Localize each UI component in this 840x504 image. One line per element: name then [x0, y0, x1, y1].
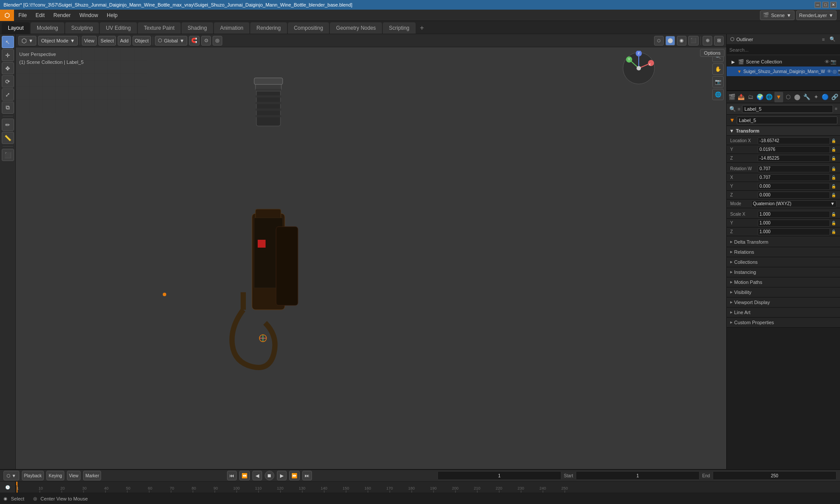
viewport-shading-rendered[interactable]: ⬛: [688, 36, 699, 46]
playback-menu[interactable]: Playback: [22, 471, 44, 480]
object-select-icon[interactable]: ◎: [833, 69, 837, 74]
rotation-mode-dropdown[interactable]: Quaternion (WXYZ) ▼: [751, 200, 836, 207]
tab-texture-paint[interactable]: Texture Paint: [138, 22, 181, 34]
prop-tab-output[interactable]: 📤: [737, 92, 746, 102]
tab-layout[interactable]: Layout: [2, 22, 30, 34]
blender-logo[interactable]: ⬡: [0, 10, 14, 21]
location-x-lock[interactable]: 🔓: [831, 139, 836, 143]
location-z-field[interactable]: -14.85225: [758, 155, 830, 162]
proportional-button[interactable]: ⊙: [201, 36, 211, 46]
play-button[interactable]: ▶: [277, 471, 287, 480]
scale-x-field[interactable]: 1.000: [758, 211, 830, 218]
prop-tab-modifier[interactable]: 🔧: [802, 92, 811, 102]
object-mode-dropdown[interactable]: Object Mode ▼: [38, 36, 78, 46]
rotation-x-lock[interactable]: 🔓: [831, 175, 836, 180]
outliner-search-input[interactable]: [727, 45, 840, 55]
rotation-z-field[interactable]: 0.000: [758, 192, 830, 199]
motion-paths-toggle[interactable]: ▶ Motion Paths: [727, 277, 840, 287]
tab-modeling[interactable]: Modeling: [31, 22, 64, 34]
visibility-toggle[interactable]: ▶ Visibility: [727, 287, 840, 297]
object-name-field[interactable]: Label_5: [742, 105, 833, 113]
prop-tab-object-data[interactable]: ⬡: [784, 92, 792, 102]
stop-button[interactable]: ⏹: [265, 471, 274, 480]
transform-section-toggle[interactable]: ▼ Transform: [727, 126, 840, 136]
timeline-editor-type[interactable]: ⬡ ▼: [4, 471, 19, 480]
object-eye-icon[interactable]: 👁: [827, 69, 832, 74]
outliner-search-button[interactable]: 🔍: [829, 35, 836, 43]
location-y-field[interactable]: 0.01976: [758, 146, 830, 153]
camera-button[interactable]: 📷: [712, 76, 724, 88]
location-y-lock[interactable]: 🔓: [831, 147, 836, 152]
scale-x-lock[interactable]: 🔓: [831, 212, 836, 217]
render-layer-dropdown[interactable]: RenderLayer ▼: [796, 10, 836, 20]
viewport-shading-solid[interactable]: ⬤: [665, 36, 675, 46]
editor-type-dropdown[interactable]: ⬡ ▼: [18, 36, 36, 46]
start-frame-field[interactable]: 1: [576, 471, 700, 480]
scale-z-lock[interactable]: 🔓: [831, 230, 836, 234]
object-data-name-field[interactable]: Label_5: [737, 116, 837, 124]
scale-y-field[interactable]: 1.000: [758, 220, 830, 227]
end-frame-field[interactable]: 250: [713, 471, 836, 480]
custom-properties-toggle[interactable]: ▶ Custom Properties: [727, 318, 840, 327]
jump-start-button[interactable]: ⏮: [227, 471, 237, 480]
menu-edit[interactable]: Edit: [31, 10, 49, 21]
select-tool-button[interactable]: ↖: [2, 36, 14, 48]
snap-button[interactable]: 🧲: [189, 36, 200, 46]
tab-scripting[interactable]: Scripting: [383, 22, 416, 34]
viewport-shading-material[interactable]: ◉: [677, 36, 686, 46]
add-workspace-button[interactable]: +: [416, 22, 427, 34]
viewport-shading-wire[interactable]: ⬡: [654, 36, 664, 46]
navigation-gizmo[interactable]: X Y Z: [621, 51, 656, 86]
marker-menu[interactable]: Marker: [83, 471, 101, 480]
object-menu[interactable]: Object: [133, 36, 151, 46]
tab-uv-editing[interactable]: UV Editing: [100, 22, 137, 34]
tab-geometry-nodes[interactable]: Geometry Nodes: [330, 22, 382, 34]
eye-icon[interactable]: 👁: [825, 59, 830, 65]
transform-tool-button[interactable]: ⧉: [2, 102, 14, 114]
prev-frame-button[interactable]: ⏪: [239, 471, 250, 480]
world-button[interactable]: 🌐: [712, 89, 724, 100]
rotate-tool-button[interactable]: ⟳: [2, 75, 14, 88]
rotation-y-lock[interactable]: 🔓: [831, 184, 836, 189]
camera-restrict-icon[interactable]: 📷: [830, 59, 836, 65]
tab-sculpting[interactable]: Sculpting: [65, 22, 99, 34]
view-menu[interactable]: View: [82, 36, 97, 46]
relations-toggle[interactable]: ▶ Relations: [727, 247, 840, 257]
prop-tab-view-layer[interactable]: 🗂: [746, 92, 755, 102]
tab-compositing[interactable]: Compositing: [288, 22, 329, 34]
menu-window[interactable]: Window: [75, 10, 102, 21]
rotation-y-field[interactable]: 0.000: [758, 183, 830, 190]
outliner-object-item[interactable]: ▼ Suigei_Shuzo_Junmai_Daiginjo_Mann_W 👁 …: [727, 66, 840, 76]
3d-viewport[interactable]: User Perspective (1) Scene Collection | …: [16, 47, 726, 469]
rotation-w-lock[interactable]: 🔓: [831, 167, 836, 171]
maximize-button[interactable]: □: [822, 2, 829, 8]
menu-help[interactable]: Help: [102, 10, 122, 21]
jump-end-button[interactable]: ⏭: [302, 471, 312, 480]
location-x-field[interactable]: -18.65742: [758, 137, 830, 144]
timeline-tick-area[interactable]: 1 10 20 30 40 50 60: [16, 482, 840, 493]
play-reverse-button[interactable]: ◀: [252, 471, 262, 480]
outliner-scene-collection[interactable]: ▶ 🎬 Scene Collection 👁 📷: [727, 57, 840, 66]
annotate-tool-button[interactable]: ✏: [2, 119, 14, 131]
tab-animation[interactable]: Animation: [214, 22, 249, 34]
cursor-tool-button[interactable]: ✛: [2, 49, 14, 61]
move-tool-button[interactable]: ✥: [2, 62, 14, 74]
scale-tool-button[interactable]: ⤢: [2, 88, 14, 101]
location-z-lock[interactable]: 🔓: [831, 156, 836, 161]
pivot-button[interactable]: ◎: [213, 36, 222, 46]
close-button[interactable]: ✕: [830, 2, 836, 8]
minimize-button[interactable]: ─: [815, 2, 821, 8]
prop-tab-render[interactable]: 🎬: [728, 92, 736, 102]
scene-dropdown[interactable]: 🎬 Scene ▼: [760, 10, 794, 20]
add-object-button[interactable]: ⬛: [2, 149, 14, 161]
view-menu-timeline[interactable]: View: [67, 471, 81, 480]
instancing-toggle[interactable]: ▶ Instancing: [727, 267, 840, 277]
object-render-icon[interactable]: 📷: [838, 69, 840, 74]
prop-tab-world[interactable]: 🌐: [765, 92, 774, 102]
tab-rendering[interactable]: Rendering: [250, 22, 287, 34]
prop-search-icon[interactable]: 🔍: [729, 106, 736, 112]
prop-tab-scene[interactable]: 🌍: [756, 92, 764, 102]
scale-z-field[interactable]: 1.000: [758, 228, 830, 235]
next-frame-button[interactable]: ⏩: [289, 471, 300, 480]
scale-y-lock[interactable]: 🔓: [831, 221, 836, 225]
